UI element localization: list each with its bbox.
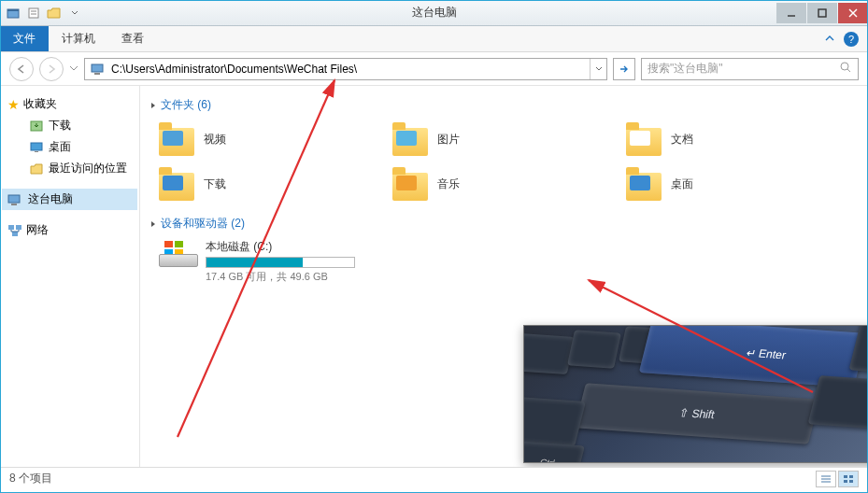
folder-item[interactable]: 音乐 xyxy=(392,165,598,203)
sidebar-network[interactable]: 网络 xyxy=(2,219,137,241)
svg-rect-28 xyxy=(844,475,847,478)
svg-rect-6 xyxy=(818,9,826,17)
svg-point-11 xyxy=(841,63,848,70)
search-box[interactable]: 搜索"这台电脑" xyxy=(641,58,859,80)
folder-item[interactable]: 下载 xyxy=(159,165,364,203)
help-icon[interactable]: ? xyxy=(844,32,859,47)
star-icon: ★ xyxy=(7,97,20,112)
status-item-count: 8 个项目 xyxy=(9,471,52,486)
recent-icon xyxy=(30,162,43,176)
sidebar-thispc[interactable]: 这台电脑 xyxy=(2,189,137,210)
drive-item[interactable]: 本地磁盘 (C:)17.4 GB 可用，共 49.6 GB xyxy=(159,239,374,284)
enter-key-label: Enter xyxy=(758,346,788,361)
folder-label: 下载 xyxy=(204,176,226,192)
this-pc-icon xyxy=(7,193,22,206)
address-dropdown-icon[interactable] xyxy=(590,59,606,79)
section-folders-header[interactable]: 文件夹 (6) xyxy=(149,93,859,117)
svg-rect-22 xyxy=(175,241,183,247)
drive-free-text: 17.4 GB 可用，共 49.6 GB xyxy=(206,270,355,284)
svg-rect-19 xyxy=(16,225,21,230)
close-button[interactable] xyxy=(838,3,868,23)
sidebar-item-recent[interactable]: 最近访问的位置 xyxy=(2,158,137,179)
minimize-button[interactable] xyxy=(776,3,806,23)
drive-icon xyxy=(159,239,198,267)
folder-icon xyxy=(159,120,196,158)
svg-rect-29 xyxy=(849,475,853,478)
drive-usage-bar xyxy=(206,257,355,268)
search-placeholder: 搜索"这台电脑" xyxy=(647,61,723,77)
download-icon xyxy=(30,120,43,133)
drive-label: 本地磁盘 (C:) xyxy=(206,239,355,255)
folder-icon xyxy=(626,120,663,158)
folder-icon xyxy=(626,165,663,203)
svg-rect-15 xyxy=(35,151,38,152)
recent-locations-icon[interactable] xyxy=(69,63,78,76)
folder-icon xyxy=(159,165,196,203)
folder-item[interactable]: 图片 xyxy=(392,120,598,158)
svg-rect-20 xyxy=(12,232,18,236)
folder-label: 桌面 xyxy=(671,176,693,192)
folder-icon xyxy=(392,165,430,203)
folder-icon xyxy=(392,120,430,158)
tab-view[interactable]: 查看 xyxy=(108,26,157,51)
window-title: 这台电脑 xyxy=(412,5,457,21)
svg-rect-31 xyxy=(849,480,853,483)
svg-line-12 xyxy=(847,69,850,72)
network-icon xyxy=(7,224,22,237)
shift-key-label: Shift xyxy=(690,407,717,422)
folder-label: 音乐 xyxy=(437,176,460,192)
svg-rect-17 xyxy=(11,204,17,205)
view-icons-button[interactable] xyxy=(838,471,859,487)
ribbon-expand-icon[interactable] xyxy=(825,33,834,46)
sidebar-item-downloads[interactable]: 下载 xyxy=(2,115,137,136)
forward-button[interactable] xyxy=(39,57,64,81)
back-button[interactable] xyxy=(9,57,34,81)
address-input[interactable] xyxy=(111,60,590,78)
desktop-icon xyxy=(30,142,43,153)
folder-label: 图片 xyxy=(437,132,460,148)
system-menu-icon[interactable] xyxy=(4,4,22,22)
address-bar[interactable] xyxy=(84,58,607,80)
svg-rect-1 xyxy=(7,9,19,11)
svg-rect-18 xyxy=(8,225,14,230)
tab-computer[interactable]: 计算机 xyxy=(49,26,108,51)
sidebar-item-desktop[interactable]: 桌面 xyxy=(2,136,137,158)
svg-rect-30 xyxy=(844,480,847,483)
properties-icon[interactable] xyxy=(24,4,43,22)
this-pc-icon xyxy=(89,60,107,78)
svg-rect-21 xyxy=(164,241,173,247)
section-drives-header[interactable]: 设备和驱动器 (2) xyxy=(149,212,859,235)
search-icon xyxy=(839,61,852,77)
folder-item[interactable]: 文档 xyxy=(626,120,832,158)
qat-dropdown-icon[interactable] xyxy=(65,4,84,22)
go-button[interactable] xyxy=(613,58,635,80)
svg-rect-16 xyxy=(8,195,20,203)
view-details-button[interactable] xyxy=(816,471,836,487)
svg-rect-14 xyxy=(31,143,42,150)
maximize-button[interactable] xyxy=(807,3,837,23)
folder-label: 文档 xyxy=(671,132,693,148)
tab-file[interactable]: 文件 xyxy=(0,26,49,51)
folder-label: 视频 xyxy=(204,132,226,148)
folder-item[interactable]: 视频 xyxy=(159,120,364,158)
svg-rect-2 xyxy=(29,8,38,18)
new-folder-icon[interactable] xyxy=(45,4,64,22)
svg-rect-10 xyxy=(94,73,100,75)
sidebar-favorites[interactable]: ★收藏夹 xyxy=(2,93,137,115)
svg-rect-9 xyxy=(92,64,103,72)
keyboard-overlay: ↵ Enter ⇧ Shift Ctrl xyxy=(523,325,868,463)
folder-item[interactable]: 桌面 xyxy=(626,165,832,203)
